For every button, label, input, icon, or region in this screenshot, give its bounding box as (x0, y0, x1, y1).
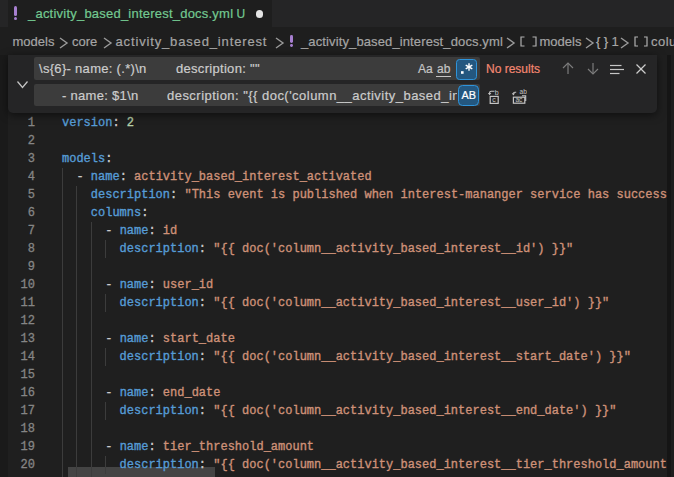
svg-text:b: b (495, 89, 499, 96)
svg-text:c: c (492, 96, 496, 103)
svg-text:ac: ac (515, 96, 523, 103)
svg-text:ab: ab (520, 88, 527, 95)
